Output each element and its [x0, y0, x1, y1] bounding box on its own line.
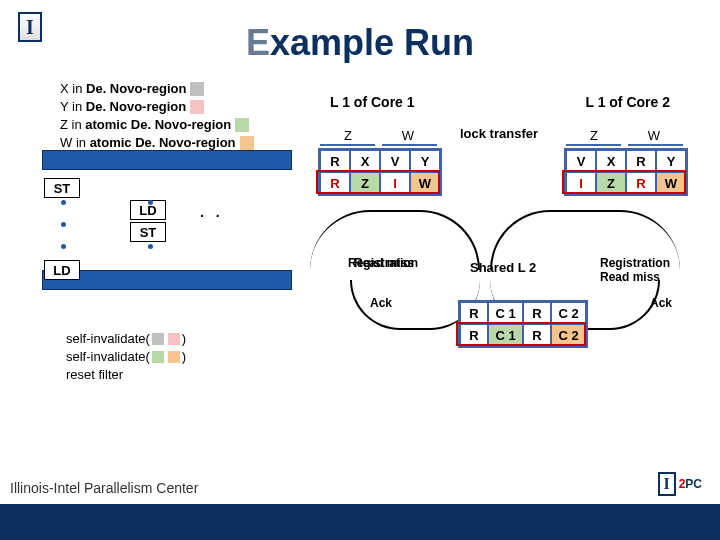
l2-cell: C 2: [551, 324, 586, 346]
i2pc-logo: I2PC: [658, 472, 702, 496]
l2-cell: R: [523, 324, 551, 346]
selfinv-line-1: self-invalidate( ): [66, 330, 186, 348]
cache-cell: V: [566, 150, 596, 172]
swatch-pink-icon: [168, 333, 180, 345]
core2-label: L 1 of Core 2: [585, 94, 680, 110]
l2-cell: C 1: [488, 324, 523, 346]
cache-cell: Y: [410, 150, 440, 172]
cache-cell: X: [350, 150, 380, 172]
timeline-bullet: [148, 244, 153, 249]
core1-label: L 1 of Core 1: [330, 94, 415, 110]
l2-cell: R: [460, 302, 488, 324]
cache-cell: R: [320, 172, 350, 194]
cache-core2: Z W V X R Y I Z R W: [564, 148, 688, 196]
swatch-green-icon: [152, 351, 164, 363]
legend-swatch-pink: [190, 100, 204, 114]
footer-center-text: Illinois-Intel Parallelism Center: [10, 480, 198, 496]
legend-swatch-orange: [240, 136, 254, 150]
core-labels: L 1 of Core 1 L 1 of Core 2: [330, 94, 680, 110]
ack-2: Ack: [650, 296, 672, 310]
cache-col-z: Z: [564, 128, 624, 143]
swatch-orange-icon: [168, 351, 180, 363]
inst-box-st: ST: [44, 178, 80, 198]
legend: X in De. Novo-region Y in De. Novo-regio…: [60, 80, 254, 152]
cache-cell: Z: [350, 172, 380, 194]
l2-cell: C 1: [488, 302, 523, 324]
lock-transfer-label: lock transfer: [460, 126, 538, 141]
self-invalidate-block: self-invalidate( ) self-invalidate( ) re…: [66, 330, 186, 384]
cache-cell: V: [380, 150, 410, 172]
legend-swatch-grey: [190, 82, 204, 96]
cache-col-w: W: [378, 128, 438, 143]
ellipsis: . .: [200, 204, 224, 220]
cache-cell: Y: [656, 150, 686, 172]
shared-l2-table: R C 1 R C 2 R C 1 R C 2: [458, 300, 588, 348]
l2-cell: R: [523, 302, 551, 324]
timeline-bullet: [61, 200, 66, 205]
cache-cell: W: [410, 172, 440, 194]
swatch-grey-icon: [152, 333, 164, 345]
cache-cell: W: [656, 172, 686, 194]
cache-cell: I: [380, 172, 410, 194]
timeline-bullet: [61, 244, 66, 249]
title-initial: E: [246, 22, 270, 63]
title-rest: xample Run: [270, 22, 474, 63]
l2-cell: R: [460, 324, 488, 346]
timeline-bullet: [61, 222, 66, 227]
cache-cell: R: [626, 150, 656, 172]
inst-box-st: ST: [130, 222, 166, 242]
legend-row: Y in De. Novo-region: [60, 98, 254, 116]
cache-col-w: W: [624, 128, 684, 143]
l2-cell: C 2: [551, 302, 586, 324]
cache-core1: Z W R X V Y R Z I W: [318, 148, 442, 196]
registration-label-2: RegistrationRead miss: [600, 256, 670, 284]
i2pc-two: 2: [679, 477, 686, 491]
legend-swatch-green: [235, 118, 249, 132]
slide-title: Example Run: [0, 22, 720, 64]
cache-col-z: Z: [318, 128, 378, 143]
footer-blue-bar: [0, 504, 720, 540]
legend-row: X in De. Novo-region: [60, 80, 254, 98]
ack-1: Ack: [370, 296, 392, 310]
i2pc-pc: PC: [685, 477, 702, 491]
cache-cell: R: [626, 172, 656, 194]
timeline-bar-1: [42, 150, 292, 170]
cache-cell: Z: [596, 172, 626, 194]
selfinv-line-2: self-invalidate( ): [66, 348, 186, 366]
inst-box-ld: LD: [44, 260, 80, 280]
selfinv-line-3: reset filter: [66, 366, 186, 384]
legend-row: Z in atomic De. Novo-region: [60, 116, 254, 134]
cache-cell: R: [320, 150, 350, 172]
cache-cell: X: [596, 150, 626, 172]
footer: Illinois-Intel Parallelism Center I2PC: [0, 462, 720, 540]
i2pc-block-i-icon: I: [658, 472, 676, 496]
cache-cell: I: [566, 172, 596, 194]
shared-l2-label: Shared L 2: [470, 260, 536, 275]
timeline-bullet: [148, 200, 153, 205]
